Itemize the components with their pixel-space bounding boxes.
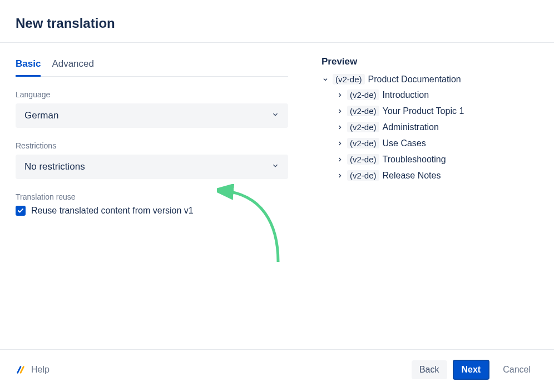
svg-line-1	[21, 367, 23, 373]
tree-item[interactable]: (v2-de) Introduction	[336, 87, 538, 103]
tree-root[interactable]: (v2-de) Product Documentation	[321, 72, 538, 87]
dialog: New translation Basic Advanced Language …	[0, 0, 554, 392]
tree-root-label: Product Documentation	[368, 75, 461, 85]
version-badge: (v2-de)	[347, 154, 379, 165]
version-badge: (v2-de)	[347, 90, 379, 100]
preview-panel: Preview (v2-de) Product Documentation (v…	[321, 56, 538, 344]
restrictions-select[interactable]: No restrictions	[16, 155, 288, 179]
chevron-right-icon	[336, 124, 344, 131]
help-logo-icon	[16, 365, 26, 375]
preview-title: Preview	[321, 56, 538, 67]
restrictions-value: No restrictions	[24, 161, 85, 172]
tree-item-label: Release Notes	[383, 171, 441, 181]
tree-children: (v2-de) Introduction (v2-de) Your Produc…	[336, 87, 538, 183]
version-badge: (v2-de)	[347, 170, 379, 181]
chevron-down-icon	[271, 110, 279, 121]
reuse-checkbox-row: Reuse translated content from version v1	[16, 206, 288, 216]
tab-advanced[interactable]: Advanced	[52, 56, 94, 77]
chevron-down-icon	[321, 76, 329, 83]
language-select[interactable]: German	[16, 103, 288, 128]
chevron-right-icon	[336, 172, 344, 179]
tab-bar: Basic Advanced	[16, 56, 288, 77]
tree-item[interactable]: (v2-de) Use Cases	[336, 135, 538, 151]
version-badge: (v2-de)	[347, 106, 379, 116]
tree-item-label: Introduction	[383, 90, 429, 100]
version-badge: (v2-de)	[333, 74, 365, 85]
tree-item[interactable]: (v2-de) Your Product Topic 1	[336, 103, 538, 119]
tab-basic[interactable]: Basic	[16, 56, 41, 77]
restrictions-label: Restrictions	[16, 141, 288, 150]
tree-item-label: Your Product Topic 1	[383, 106, 464, 116]
dialog-header: New translation	[0, 0, 554, 42]
reuse-label: Translation reuse	[16, 192, 288, 201]
language-label: Language	[16, 90, 288, 99]
version-badge: (v2-de)	[347, 138, 379, 148]
tree-item-label: Use Cases	[383, 138, 426, 148]
tree-item[interactable]: (v2-de) Troubleshooting	[336, 151, 538, 167]
tree-item[interactable]: (v2-de) Administration	[336, 119, 538, 135]
dialog-body: Basic Advanced Language German Restricti…	[0, 43, 554, 349]
language-value: German	[24, 110, 58, 121]
reuse-checkbox-label: Reuse translated content from version v1	[31, 206, 194, 216]
tree-item[interactable]: (v2-de) Release Notes	[336, 167, 538, 183]
chevron-right-icon	[336, 92, 344, 98]
dialog-title: New translation	[16, 16, 538, 31]
chevron-right-icon	[336, 140, 344, 147]
form-panel: Basic Advanced Language German Restricti…	[16, 56, 288, 344]
tree-item-label: Troubleshooting	[383, 155, 446, 165]
cancel-button[interactable]: Cancel	[495, 360, 538, 379]
help-label: Help	[31, 365, 50, 375]
version-badge: (v2-de)	[347, 122, 379, 132]
svg-line-0	[18, 367, 21, 373]
reuse-checkbox[interactable]	[16, 206, 26, 216]
help-link[interactable]: Help	[16, 365, 50, 375]
dialog-footer: Help Back Next Cancel	[0, 349, 554, 392]
chevron-right-icon	[336, 108, 344, 115]
back-button[interactable]: Back	[412, 360, 447, 379]
chevron-down-icon	[271, 161, 279, 172]
tree-item-label: Administration	[383, 122, 439, 132]
chevron-right-icon	[336, 156, 344, 163]
next-button[interactable]: Next	[453, 360, 490, 380]
